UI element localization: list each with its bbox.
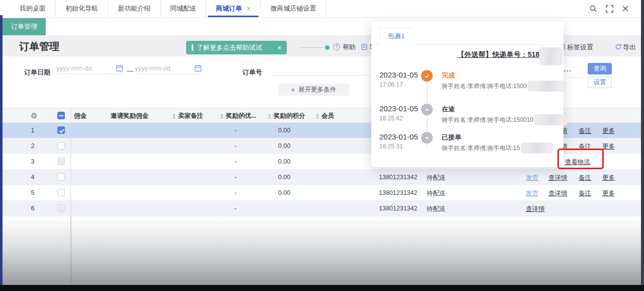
tag-settings-button[interactable]: 标签设置 (567, 43, 593, 52)
member-phone-value: 13801231342 (379, 189, 417, 196)
column-header-commission: 佣金 (74, 112, 87, 120)
settings-button[interactable]: 设置 (588, 77, 612, 88)
date-from-field[interactable] (56, 64, 123, 74)
window-bottom-edge (0, 285, 644, 291)
more-link[interactable]: 更多 (602, 189, 615, 198)
more-link[interactable]: 更多 (602, 127, 615, 135)
view-detail-link[interactable]: 查详情 (548, 189, 568, 198)
tab-label: 初始化导航 (65, 4, 98, 13)
tab-label: 我的桌面 (20, 4, 46, 13)
column-settings-gear-icon[interactable]: ⚙ (31, 111, 37, 120)
tab-wechat-shop-settings[interactable]: 微商城店铺设置 (261, 0, 326, 17)
timeline-time: 17:06:17 (379, 81, 403, 88)
date-to-input[interactable] (135, 64, 194, 72)
seller-note-value: - (225, 174, 246, 181)
highlight-box (557, 149, 604, 169)
tab-close-icon[interactable]: × (247, 5, 251, 13)
row-checkbox[interactable] (57, 204, 65, 212)
row-number: 3 (23, 158, 43, 165)
date-from-input[interactable] (56, 64, 116, 72)
table-row: 5-0.0013801231342待配送发货查详情备注更多 (3, 185, 641, 201)
timeline-status: 已接单 (442, 133, 461, 142)
tab-label: 新功能介绍 (118, 4, 150, 13)
chevron-up-icon (421, 104, 433, 115)
view-detail-link[interactable]: 查详情 (526, 205, 545, 213)
app-window: 我的桌面 初始化导航 新功能介绍 同城配送 商城订单× 微商城店铺设置 订单管理… (0, 0, 644, 291)
export-button[interactable]: 导出 (623, 43, 636, 52)
tooltip-text: 了解更多点击帮助试试 (197, 43, 262, 52)
help-icon[interactable]: ? (333, 43, 340, 50)
reward-points-value: 0.00 (268, 127, 300, 134)
sort-icon[interactable] (268, 114, 271, 119)
redacted-phone (521, 142, 553, 154)
tab-my-desktop[interactable]: 我的桌面 (10, 0, 56, 17)
timeline-entry: 2023-01-0516:25:42在途骑手姓名:李师傅;骑手电话:150010 (371, 103, 564, 133)
row-checkbox[interactable] (57, 189, 65, 196)
tab-city-delivery[interactable]: 同城配送 (160, 0, 206, 17)
more-filters-ellipsis[interactable]: ... (564, 64, 572, 74)
expand-more-label: 展开更多条件 (298, 86, 336, 94)
order-status-value: 待配送 (427, 174, 446, 182)
input-underline-fragment (566, 77, 585, 78)
sort-icon[interactable] (173, 114, 176, 119)
row-checkbox[interactable] (57, 142, 65, 150)
note-link[interactable]: 备注 (579, 127, 591, 135)
expand-more-button[interactable]: » 展开更多条件 (278, 84, 350, 96)
search-icon[interactable] (589, 5, 597, 13)
ship-link[interactable]: 发货 (526, 174, 538, 182)
tab-mall-orders[interactable]: 商城订单× (206, 0, 261, 17)
frozen-column-divider (70, 108, 71, 216)
sort-icon[interactable] (316, 114, 319, 119)
note-link[interactable]: 备注 (579, 189, 591, 198)
more-link[interactable]: 更多 (602, 142, 615, 151)
calendar-icon[interactable] (194, 64, 202, 72)
column-header-reward-points: 奖励的积分 (268, 112, 305, 120)
date-to-field[interactable] (135, 64, 202, 74)
window-close-icon[interactable] (622, 5, 629, 12)
timeline-time: 16:25:31 (379, 143, 403, 150)
ship-link[interactable]: 发货 (526, 189, 538, 198)
row-number: 6 (23, 205, 43, 212)
row-number: 5 (23, 189, 43, 196)
view-detail-link[interactable]: 查详情 (548, 174, 568, 182)
sort-icon[interactable] (220, 114, 223, 119)
column-header-seller-note: 卖家备注 (173, 112, 203, 120)
timeline-detail: 骑手姓名:李师傅;骑手电话:15 (442, 142, 553, 154)
row-number: 4 (23, 174, 43, 181)
frozen-column-divider-extension (70, 216, 71, 283)
order-no-label: 订单号 (243, 68, 262, 77)
seller-note-value: - (225, 189, 246, 196)
fullscreen-icon[interactable] (606, 5, 613, 13)
row-checkbox[interactable] (57, 173, 65, 181)
tab-init-nav[interactable]: 初始化导航 (56, 0, 108, 17)
tab-label: 商城订单 (216, 4, 242, 13)
reward-points-value: 0.00 (268, 174, 300, 181)
table-row: 6-13801231342待配送查详情 (3, 201, 641, 216)
row-checkbox[interactable] (57, 158, 65, 165)
timeline-time: 16:25:42 (379, 115, 403, 122)
member-phone-value: 13801231342 (379, 174, 417, 181)
chevron-up-icon (421, 132, 433, 143)
module-tab-order-management[interactable]: 订单管理 (3, 18, 46, 35)
query-button[interactable]: 查询 (588, 63, 612, 75)
timeline-status: 完成 (442, 71, 455, 80)
tab-label: 微商城店铺设置 (270, 4, 316, 13)
reward-points-value: 0.00 (268, 158, 300, 165)
tooltip-close-icon[interactable]: × (277, 44, 281, 52)
more-link[interactable]: 更多 (602, 174, 615, 182)
order-no-input[interactable] (272, 64, 375, 76)
timeline-status: 在途 (442, 105, 455, 114)
export-icon[interactable] (615, 43, 622, 50)
tab-new-features[interactable]: 新功能介绍 (108, 0, 160, 17)
date-range-dash: — (127, 67, 133, 75)
calendar-icon[interactable] (116, 64, 123, 72)
row-checkbox[interactable] (57, 126, 65, 134)
help-button[interactable]: 帮助 (343, 43, 356, 52)
note-link[interactable]: 备注 (579, 174, 591, 182)
import-icon[interactable] (361, 43, 368, 50)
member-phone-value: 13801231342 (379, 205, 417, 212)
tooltip-connector-line (300, 47, 324, 48)
select-all-checkbox[interactable] (57, 112, 65, 119)
window-left-edge (0, 15, 3, 285)
package-tab[interactable]: 包裹1 (379, 28, 413, 45)
